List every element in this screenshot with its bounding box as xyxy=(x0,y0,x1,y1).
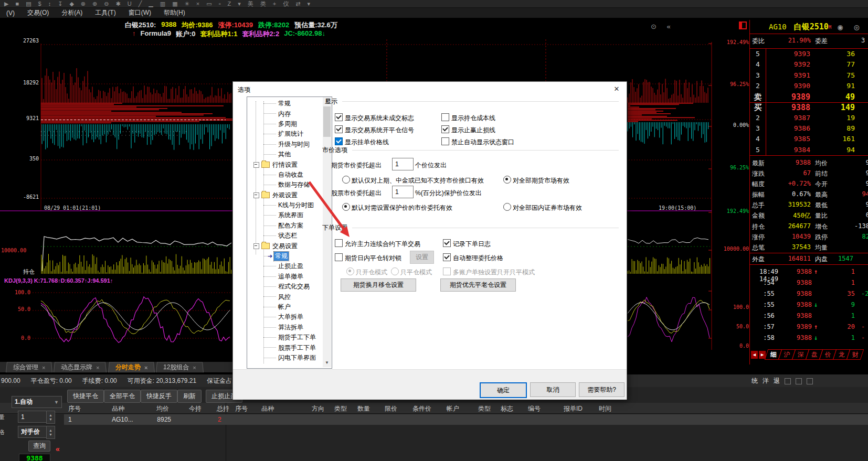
toolbar-icon[interactable]: ▁ xyxy=(149,1,153,6)
help-button[interactable]: 需要帮助? xyxy=(579,382,624,397)
column-header[interactable]: 品种 xyxy=(112,404,124,413)
toolbar-icon[interactable]: ▦ xyxy=(172,1,177,6)
tree-item[interactable]: ➔ 系统界面 xyxy=(247,210,332,220)
tree-item[interactable]: ➔ 扩展统计 xyxy=(247,129,332,139)
menu-item[interactable]: 分析(A) xyxy=(55,8,89,17)
toolbar-icon[interactable]: ╱ xyxy=(139,1,142,6)
toolbar-icon[interactable]: ▫ xyxy=(219,1,221,6)
toolbar-icon[interactable]: × xyxy=(196,1,199,6)
tree-item[interactable]: ➔ 自动收盘 xyxy=(247,170,332,180)
close-tab-icon[interactable]: × xyxy=(144,364,148,371)
toolbar-icon[interactable]: Z xyxy=(228,1,231,6)
toolbar-icon[interactable]: ■ xyxy=(15,1,19,6)
tree-item[interactable]: ➔ 常规 xyxy=(247,251,332,261)
toolbar-icon[interactable]: ▾ xyxy=(238,1,241,6)
tree-item[interactable]: ➔ 股票手工下单 xyxy=(247,342,332,352)
position-row[interactable]: 1 AG10... 8925 2 xyxy=(64,414,868,425)
tree-item[interactable]: ➔ 期货手工下单 xyxy=(247,333,332,342)
workspace-tab[interactable]: 综合管理 × xyxy=(6,362,52,372)
layout-icon[interactable] xyxy=(739,22,747,29)
workspace-tab[interactable]: 分时走势 × xyxy=(108,362,155,372)
query-button[interactable]: 查询 xyxy=(28,441,50,452)
tree-item[interactable]: ➔ 风控 xyxy=(247,292,332,302)
scroll-left-icon[interactable]: ◀ xyxy=(751,351,758,359)
toolbar-icon[interactable]: ▭ xyxy=(206,1,211,6)
tidy-price-checkbox[interactable] xyxy=(443,253,451,261)
tree-item[interactable]: ➔ 交易设置 xyxy=(247,241,332,251)
quantity-stepper[interactable]: ▲▼ xyxy=(46,411,55,424)
lock-settings-button[interactable]: 设置 xyxy=(410,251,434,264)
toolbar-icon[interactable]: ✳ xyxy=(185,1,189,6)
stock-percent-input[interactable]: 1 xyxy=(392,186,414,198)
column-header[interactable]: 均价 xyxy=(156,404,169,413)
collapse-icon[interactable]: « xyxy=(56,445,60,453)
tree-item[interactable]: ➔ 状态栏 xyxy=(247,231,332,241)
column-header[interactable]: 数量 xyxy=(357,404,370,413)
column-header[interactable]: 报单ID xyxy=(564,404,583,413)
tree-item[interactable]: ➔ 止损止盈 xyxy=(247,261,332,271)
stock-option1-radio[interactable] xyxy=(342,203,350,211)
toolbar-icon[interactable]: ↧ xyxy=(58,1,62,6)
scrollbar-thumb[interactable] xyxy=(323,106,331,137)
menu-item[interactable]: 窗口(W) xyxy=(122,8,157,17)
tree-item[interactable]: ➔ 其他 xyxy=(247,149,332,159)
tree-item[interactable]: ➔ 外观设置 xyxy=(247,190,332,200)
tree-item[interactable]: ➔ K线与分时图 xyxy=(247,200,332,210)
trade-action-button[interactable]: 快捷反手 xyxy=(141,390,177,403)
column-header[interactable]: 序号 xyxy=(235,404,248,413)
status-icon-tong[interactable]: 统 xyxy=(751,377,758,385)
main-contract-checkbox[interactable] xyxy=(335,239,343,247)
checkbox[interactable] xyxy=(441,137,449,145)
toolbar-icon[interactable]: U xyxy=(128,1,132,6)
tool-square-icon[interactable] xyxy=(796,378,802,384)
menu-item[interactable]: (V) xyxy=(0,9,21,17)
close-only-radio[interactable] xyxy=(391,267,399,275)
toolbar-icon[interactable]: 美 xyxy=(248,1,253,6)
toolbar-icon[interactable]: ⊗ xyxy=(81,1,86,6)
tree-item[interactable]: ➔ 帐户 xyxy=(247,302,332,312)
stock-option2-radio[interactable] xyxy=(503,203,511,211)
trade-action-button[interactable]: 全部平仓 xyxy=(104,390,141,403)
menu-item[interactable]: 交易(O) xyxy=(21,8,55,17)
close-icon[interactable]: ✕ xyxy=(610,84,623,94)
column-header[interactable]: 方向 xyxy=(312,404,324,413)
checkbox[interactable] xyxy=(335,125,343,133)
toolbar-icon[interactable]: ▤ xyxy=(26,1,31,6)
order-log-checkbox[interactable] xyxy=(443,239,451,247)
collapse-node-icon[interactable] xyxy=(253,192,259,198)
toolbar-icon[interactable]: ⇄ xyxy=(295,1,300,6)
toolbar-icon[interactable]: ↕ xyxy=(48,1,51,6)
menu-item[interactable]: 帮助(H) xyxy=(157,8,192,17)
column-header[interactable]: 序号 xyxy=(68,404,81,413)
tree-item[interactable]: ➔ 升级与时间 xyxy=(247,140,332,149)
futures-ticks-input[interactable]: 1 xyxy=(392,158,414,170)
column-header[interactable]: 条件价 xyxy=(412,404,431,413)
tree-item[interactable]: ➔ 配色方案 xyxy=(247,221,332,231)
toolbar-icon[interactable]: ⊕ xyxy=(92,1,97,6)
close-tab-icon[interactable]: × xyxy=(42,364,46,371)
dialog-titlebar[interactable]: 选项 ✕ xyxy=(233,82,627,97)
close-old-first-button[interactable]: 期货优先平老仓设置 xyxy=(440,278,516,292)
collapse-node-icon[interactable] xyxy=(253,162,259,168)
menu-item[interactable]: 工具(T) xyxy=(89,8,122,17)
lock-checkbox[interactable] xyxy=(335,253,343,261)
toolbar-icon[interactable]: 仪 xyxy=(283,1,289,6)
close-tab-icon[interactable]: × xyxy=(96,364,100,371)
quote-header-icons[interactable]: ◉ ◎ xyxy=(838,22,862,32)
toolbar-icon[interactable]: ▾ xyxy=(307,1,310,6)
tree-item[interactable]: ➔ 程式化交易 xyxy=(247,282,332,292)
toolbar-icon[interactable]: ◆ xyxy=(69,1,73,6)
workspace-tab[interactable]: 动态显示牌 × xyxy=(54,362,107,372)
collapse-node-icon[interactable] xyxy=(253,243,259,249)
pin-collapse-icons[interactable]: ⊙ « xyxy=(651,23,675,30)
price-stepper[interactable]: ▲▼ xyxy=(46,426,55,439)
multi-account-checkbox[interactable] xyxy=(443,267,451,275)
futures-option2-radio[interactable] xyxy=(503,176,511,184)
column-header[interactable]: 今持 xyxy=(189,404,202,413)
column-header[interactable]: 帐户 xyxy=(447,404,459,413)
column-header[interactable]: 编号 xyxy=(528,404,541,413)
open-only-radio[interactable] xyxy=(346,267,354,275)
tree-item[interactable]: ➔ 多周期 xyxy=(247,119,332,129)
toolbar-icon[interactable]: ⊖ xyxy=(104,1,109,6)
toolbar-icon[interactable]: ✱ xyxy=(116,1,121,6)
